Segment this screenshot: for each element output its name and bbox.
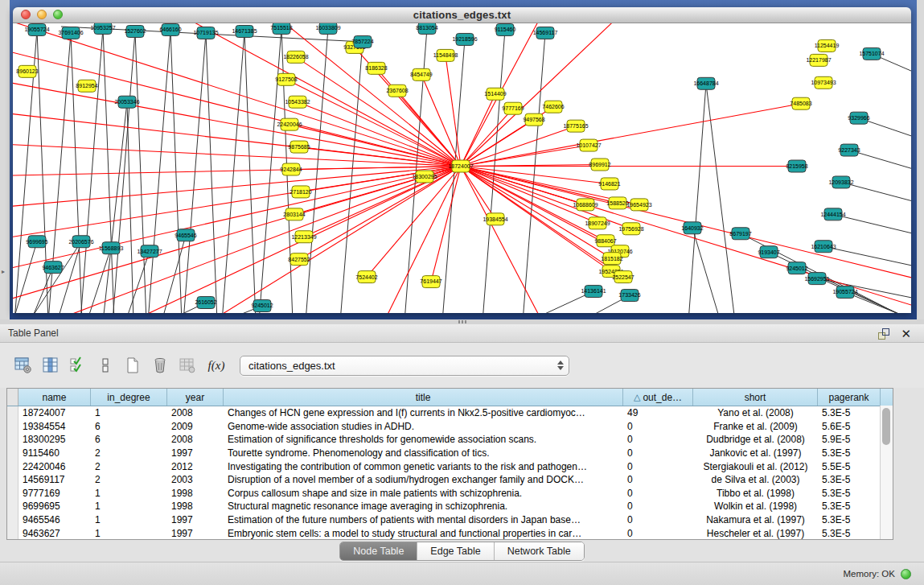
graph-node[interactable]: 8813054 — [416, 23, 437, 34]
table-row[interactable]: 946554611997Estimation of the future num… — [7, 513, 893, 527]
graph-node[interactable]: 8969912 — [589, 159, 610, 171]
graph-node[interactable]: 16210643 — [811, 241, 836, 253]
row-height-button[interactable] — [93, 353, 117, 377]
citation-edge-black[interactable] — [769, 252, 911, 313]
graph-node[interactable]: 19055724 — [832, 286, 857, 299]
graph-node[interactable]: 1588520 — [606, 197, 628, 209]
table-selector-dropdown[interactable]: citations_edges.txt — [240, 356, 569, 376]
citation-edge-black[interactable] — [523, 33, 545, 313]
graph-node[interactable]: 9146821 — [598, 178, 620, 190]
graph-node[interactable]: 6466160 — [159, 23, 181, 35]
tab-edge-table[interactable]: Edge Table — [417, 542, 494, 560]
graph-node[interactable]: 10688609 — [573, 199, 598, 211]
citation-edge-red[interactable] — [286, 80, 461, 167]
column-header-2[interactable]: year — [167, 389, 224, 406]
graph-node[interactable]: 9127508 — [275, 73, 297, 85]
graph-node[interactable]: 12444154 — [820, 208, 845, 220]
network-window-titlebar[interactable]: citations_edges.txt — [13, 7, 911, 23]
column-header-1[interactable]: in_degree — [91, 389, 167, 406]
citation-edge-red[interactable] — [13, 167, 461, 305]
float-panel-icon[interactable] — [878, 328, 889, 339]
minimize-window-button[interactable] — [37, 10, 47, 19]
citation-edge-black[interactable] — [688, 84, 706, 313]
graph-node[interactable]: 2522547 — [612, 271, 634, 283]
graph-node[interactable]: 10543382 — [285, 96, 310, 108]
graph-node[interactable]: 12217987 — [806, 54, 831, 66]
tab-node-table[interactable]: Node Table — [340, 542, 417, 560]
graph-node[interactable]: 2367608 — [386, 84, 408, 97]
delete-table-button[interactable] — [175, 353, 199, 377]
table-row[interactable]: 2242004622012Investigating the contribut… — [7, 459, 893, 473]
delete-entry-button[interactable] — [148, 353, 172, 377]
close-window-button[interactable] — [21, 10, 31, 19]
graph-node[interactable]: 8912954 — [76, 80, 97, 92]
vertical-scrollbar[interactable] — [880, 406, 893, 539]
graph-node[interactable]: 9497568 — [523, 113, 544, 126]
graph-node[interactable]: 22420046 — [277, 118, 302, 130]
column-header-5[interactable]: short — [693, 389, 818, 406]
new-table-button[interactable] — [121, 353, 145, 377]
scrollbar-thumb[interactable] — [882, 408, 890, 445]
graph-node[interactable]: 14136141 — [581, 286, 606, 298]
graph-node[interactable]: 8960123 — [16, 65, 38, 77]
citation-edge-black[interactable] — [442, 39, 465, 313]
graph-node[interactable]: 9245012 — [786, 262, 807, 274]
citation-edge-red[interactable] — [13, 144, 461, 167]
citation-edge-red[interactable] — [304, 167, 461, 237]
graph-node[interactable]: 8454749 — [410, 68, 432, 80]
citation-edge-black[interactable] — [849, 150, 911, 171]
graph-node[interactable]: 9115460 — [495, 23, 516, 35]
graph-node[interactable]: 15692951 — [804, 273, 829, 285]
graph-node[interactable]: 2718120 — [290, 186, 311, 198]
graph-node[interactable]: 10107427 — [576, 139, 601, 151]
graph-node[interactable]: 1815182 — [601, 253, 622, 265]
graph-node[interactable]: 18775165 — [563, 120, 588, 132]
citation-edge-black[interactable] — [692, 228, 721, 313]
citation-edge-red[interactable] — [13, 167, 461, 176]
function-builder-button[interactable]: f(x) — [203, 359, 230, 373]
column-header-4[interactable]: △out_de… — [623, 389, 693, 406]
graph-node[interactable]: 1527602 — [124, 25, 146, 37]
graph-node[interactable]: 19218596 — [452, 33, 477, 45]
table-row[interactable]: 969969511998Structural magnetic resonanc… — [7, 500, 893, 513]
graph-node[interactable]: 9777169 — [502, 102, 524, 114]
graph-node[interactable]: 8215958 — [786, 160, 807, 172]
table-row[interactable]: 1872400712008Changes of HCN gene express… — [7, 406, 893, 420]
table-row[interactable]: 911546021997Tourette syndrome. Phenomeno… — [7, 447, 893, 460]
tab-network-table[interactable]: Network Table — [495, 542, 584, 560]
citation-edge-black[interactable] — [127, 102, 133, 313]
graph-node[interactable]: 9245012 — [251, 300, 273, 312]
citation-edge-red[interactable] — [397, 91, 461, 167]
table-settings-button[interactable] — [11, 353, 35, 377]
column-header-3[interactable]: title — [224, 389, 623, 406]
graph-node[interactable]: 7524402 — [355, 271, 377, 283]
graph-node[interactable]: 9329966 — [848, 112, 869, 124]
table-row[interactable]: 1938455462009Genome-wide association stu… — [7, 420, 893, 434]
graph-node[interactable]: 18724007 — [448, 160, 473, 172]
divider-grip[interactable] — [458, 320, 468, 323]
citation-edge-red[interactable] — [461, 167, 612, 259]
graph-node[interactable]: 10973493 — [811, 76, 836, 89]
citation-edge-black[interactable] — [244, 31, 256, 313]
citation-edge-black[interactable] — [29, 241, 81, 313]
graph-node[interactable]: 9465546 — [175, 229, 196, 241]
graph-node[interactable]: 7515518 — [270, 23, 292, 34]
citation-edge-black[interactable] — [833, 214, 911, 235]
citation-edge-black[interactable] — [13, 241, 37, 313]
graph-node[interactable]: 18907249 — [585, 217, 610, 229]
graph-node[interactable]: 7857224 — [351, 35, 373, 47]
citation-edge-red[interactable] — [13, 47, 461, 167]
table-row[interactable]: 977716911998Corpus callosum shape and si… — [7, 487, 893, 501]
graph-node[interactable]: 37691406 — [58, 27, 83, 39]
graph-node[interactable]: 11254419 — [815, 39, 840, 51]
citation-edge-red[interactable] — [461, 167, 495, 220]
graph-node[interactable]: 1733426 — [618, 290, 640, 302]
graph-node[interactable]: 12093832 — [828, 176, 853, 188]
citation-edge-black[interactable] — [841, 182, 911, 203]
column-header-6[interactable]: pagerank — [818, 389, 881, 406]
graph-node[interactable]: 19384554 — [483, 213, 507, 225]
table-row[interactable]: 1456911722003Disruption of a novel membe… — [7, 473, 893, 487]
memory-ok-indicator-icon[interactable] — [901, 569, 911, 579]
graph-node[interactable]: 19756928 — [618, 223, 643, 235]
graph-node[interactable]: 1514409 — [484, 88, 506, 100]
